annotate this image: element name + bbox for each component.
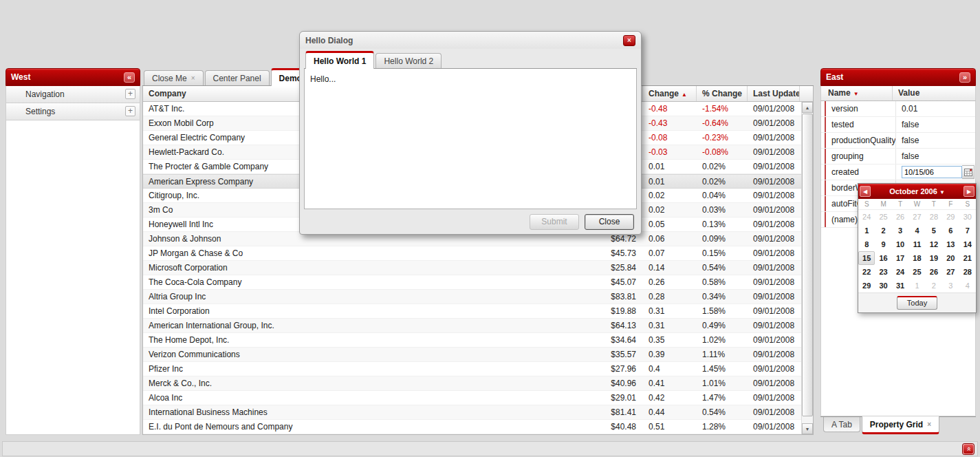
calendar-day[interactable]: 13 (942, 237, 959, 251)
table-row[interactable]: International Business Machines$81.410.4… (143, 405, 801, 420)
table-row[interactable]: The Home Depot, Inc.$34.640.351.02%09/01… (143, 333, 801, 348)
close-icon[interactable]: × (623, 35, 635, 46)
calendar-day[interactable]: 29 (858, 279, 875, 293)
tab-close-me[interactable]: Close Me × (144, 70, 204, 85)
calendar-day[interactable]: 25 (875, 210, 891, 224)
calendar-day[interactable]: 9 (875, 237, 891, 251)
calendar-day[interactable]: 30 (959, 210, 976, 224)
table-row[interactable]: The Coca-Cola Company$45.070.260.58%09/0… (143, 275, 801, 290)
table-row[interactable]: American International Group, Inc.$64.13… (143, 319, 801, 333)
calendar-day[interactable]: 24 (892, 265, 908, 279)
calendar-day[interactable]: 24 (858, 210, 875, 224)
calendar-day[interactable]: 22 (858, 265, 875, 279)
calendar-day[interactable]: 2 (875, 224, 891, 237)
column-header-last-updated[interactable]: Last Updated (748, 86, 800, 101)
submit-button[interactable]: Submit (530, 214, 579, 230)
calendar-day[interactable]: 17 (892, 251, 908, 265)
tab-hello-world-2[interactable]: Hello World 2 (375, 53, 442, 68)
cell-price: $35.57 (581, 348, 643, 361)
calendar-day[interactable]: 26 (926, 265, 942, 279)
calendar-day[interactable]: 21 (959, 251, 976, 265)
table-row[interactable]: Microsoft Corporation$25.840.140.54%09/0… (143, 261, 801, 275)
tab-hello-world-1[interactable]: Hello World 1 (305, 51, 374, 69)
calendar-day[interactable]: 19 (926, 251, 942, 265)
collapse-left-icon[interactable]: « (124, 72, 135, 83)
table-row[interactable]: JP Morgan & Chase & Co$45.730.070.15%09/… (143, 246, 801, 261)
close-button[interactable]: Close (585, 214, 634, 230)
calendar-day[interactable]: 10 (892, 237, 908, 251)
expand-plus-icon[interactable]: + (125, 106, 135, 116)
column-header-change[interactable]: Change▲ (643, 86, 697, 101)
calendar-day[interactable]: 28 (959, 265, 976, 279)
month-year-button[interactable]: October 2006 ▼ (871, 187, 963, 195)
expand-up-icon[interactable]: » (963, 444, 974, 454)
scroll-down-icon[interactable]: ▼ (802, 423, 813, 434)
next-month-icon[interactable]: ▶ (963, 186, 974, 197)
calendar-day[interactable]: 2 (926, 279, 942, 293)
calendar-day[interactable]: 16 (875, 251, 891, 265)
table-row[interactable]: Altria Group Inc$83.810.280.34%09/01/200… (143, 290, 801, 304)
calendar-day[interactable]: 27 (908, 210, 925, 224)
date-field[interactable] (902, 166, 962, 178)
close-tab-icon[interactable]: × (191, 75, 195, 82)
calendar-day[interactable]: 25 (908, 265, 925, 279)
calendar-day[interactable]: 1 (908, 279, 925, 293)
table-row[interactable]: Intel Corporation$19.880.311.58%09/01/20… (143, 304, 801, 319)
today-button[interactable]: Today (897, 296, 937, 310)
calendar-day[interactable]: 14 (959, 237, 976, 251)
property-row[interactable]: testedfalse (821, 117, 975, 133)
table-row[interactable]: Pfizer Inc$27.960.41.45%09/01/2008 (143, 362, 801, 376)
south-bar: » (2, 441, 978, 456)
calendar-day[interactable]: 23 (875, 265, 891, 279)
cell-change: 0.51 (643, 420, 697, 434)
calendar-day[interactable]: 26 (892, 210, 908, 224)
column-header-value[interactable]: Value (893, 86, 975, 100)
expand-plus-icon[interactable]: + (125, 89, 135, 99)
calendar-day[interactable]: 5 (926, 224, 942, 237)
table-row[interactable]: Merck & Co., Inc.$40.960.411.01%09/01/20… (143, 376, 801, 391)
calendar-day[interactable]: 27 (942, 265, 959, 279)
close-tab-icon[interactable]: × (927, 421, 931, 428)
calendar-day[interactable]: 29 (942, 210, 959, 224)
calendar-day[interactable]: 30 (875, 279, 891, 293)
collapse-right-icon[interactable]: » (959, 72, 970, 83)
calendar-day[interactable]: 6 (942, 224, 959, 237)
accordion-item-navigation[interactable]: Navigation + (6, 86, 140, 103)
calendar-day[interactable]: 1 (858, 224, 875, 237)
calendar-day[interactable]: 4 (908, 224, 925, 237)
tab-a-tab[interactable]: A Tab (823, 417, 860, 432)
calendar-day[interactable]: 20 (942, 251, 959, 265)
calendar-day-selected[interactable]: 15 (858, 251, 875, 265)
calendar-day[interactable]: 11 (908, 237, 925, 251)
property-row[interactable]: productionQualityfalse (821, 133, 975, 149)
calendar-day[interactable]: 3 (892, 224, 908, 237)
table-row[interactable]: Verizon Communications$35.570.391.11%09/… (143, 348, 801, 362)
prev-month-icon[interactable]: ◀ (860, 186, 871, 197)
grid-vertical-scrollbar[interactable]: ▲ ▼ (801, 102, 813, 434)
column-header-name[interactable]: Name▼ (821, 86, 893, 100)
dialog-header[interactable]: Hello Dialog × (300, 32, 641, 49)
table-row[interactable]: Alcoa Inc$29.010.421.47%09/01/2008 (143, 391, 801, 405)
calendar-day[interactable]: 3 (942, 279, 959, 293)
column-header-pct-change[interactable]: % Change (697, 86, 748, 101)
table-row[interactable]: E.I. du Pont de Nemours and Company$40.4… (143, 420, 801, 434)
cell-updated: 09/01/2008 (748, 348, 800, 361)
calendar-day[interactable]: 18 (908, 251, 925, 265)
tab-center-panel[interactable]: Center Panel (205, 70, 270, 85)
property-row[interactable]: version0.01 (821, 101, 975, 117)
calendar-day[interactable]: 8 (858, 237, 875, 251)
property-row[interactable]: created (821, 164, 975, 180)
calendar-day[interactable]: 7 (959, 224, 976, 237)
calendar-day[interactable]: 4 (959, 279, 976, 293)
calendar-day[interactable]: 28 (926, 210, 942, 224)
west-panel-header: West « (6, 68, 140, 86)
cell-company: Verizon Communications (143, 348, 581, 361)
property-row[interactable]: groupingfalse (821, 149, 975, 164)
scrollbar-thumb[interactable] (802, 114, 813, 416)
tab-property-grid[interactable]: Property Grid × (862, 416, 939, 434)
accordion-item-settings[interactable]: Settings + (6, 103, 140, 120)
scroll-up-icon[interactable]: ▲ (802, 102, 813, 113)
calendar-icon[interactable] (962, 165, 974, 179)
calendar-day[interactable]: 12 (926, 237, 942, 251)
calendar-day[interactable]: 31 (892, 279, 908, 293)
